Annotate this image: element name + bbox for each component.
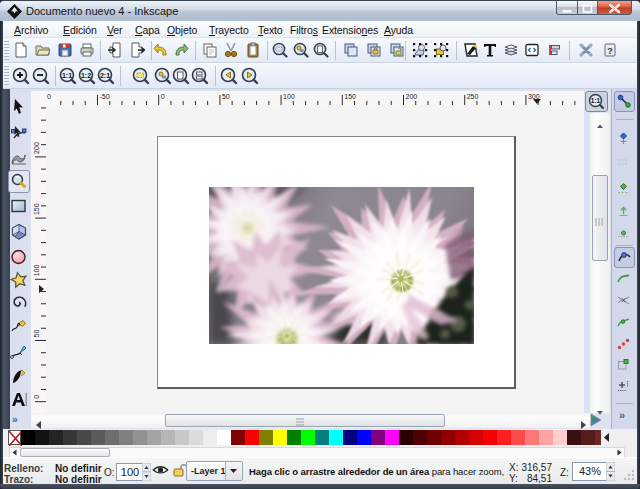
svg-text:100: 100	[283, 93, 295, 100]
svg-text:300: 300	[528, 93, 540, 100]
svg-text:0: 0	[33, 395, 40, 399]
svg-text:1:1: 1:1	[62, 72, 72, 79]
svg-text:-50: -50	[100, 93, 110, 100]
svg-text:2:1: 2:1	[100, 72, 110, 79]
svg-text:1:1: 1:1	[591, 97, 601, 104]
svg-text:200: 200	[33, 142, 40, 154]
svg-text:0: 0	[161, 93, 165, 100]
svg-text:200: 200	[406, 93, 418, 100]
svg-text:150: 150	[344, 93, 356, 100]
svg-text:50: 50	[222, 93, 230, 100]
svg-text:?: ?	[607, 46, 613, 56]
svg-text:1:2: 1:2	[81, 72, 91, 79]
svg-text:100: 100	[33, 265, 40, 277]
svg-text:0: 0	[47, 93, 51, 100]
svg-text:50: 50	[33, 330, 40, 338]
svg-text:150: 150	[33, 203, 40, 215]
svg-text:250: 250	[467, 93, 479, 100]
